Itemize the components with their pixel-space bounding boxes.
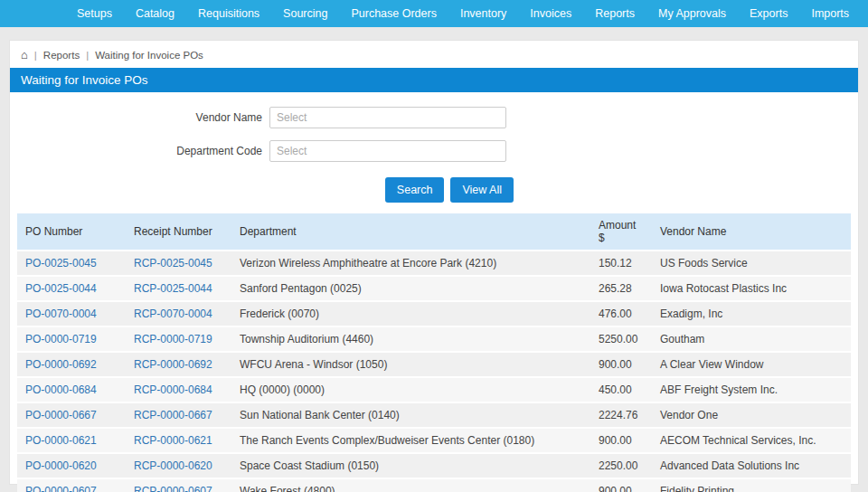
receipt-number-link[interactable]: RCP-0000-0667 — [134, 409, 212, 421]
waiting-invoice-pos-table: PO Number Receipt Number Department Amou… — [17, 213, 851, 492]
table-row: PO-0000-0719 RCP-0000-0719 Township Audi… — [17, 326, 851, 352]
department-cell: Frederick (0070) — [231, 301, 590, 326]
receipt-number-link[interactable]: RCP-0025-0045 — [134, 257, 212, 270]
department-cell: The Ranch Events Complex/Budweiser Event… — [231, 428, 590, 453]
receipt-number-link[interactable]: RCP-0000-0684 — [134, 383, 212, 396]
header-department: Department — [231, 213, 590, 251]
receipt-number-link[interactable]: RCP-0070-0004 — [134, 308, 212, 320]
table-row: PO-0070-0004 RCP-0070-0004 Frederick (00… — [17, 301, 851, 326]
department-cell: HQ (0000) (0000) — [231, 377, 590, 402]
vendor-cell: A Clear View Window — [652, 352, 851, 377]
vendor-cell: Vendor One — [652, 402, 851, 428]
amount-cell: 900.00 — [590, 352, 652, 377]
search-button[interactable]: Search — [385, 177, 445, 203]
department-cell: Wake Forest (4800) — [231, 478, 590, 492]
nav-item-reports[interactable]: Reports — [583, 0, 646, 27]
vendor-cell: Fidelity Printing — [652, 478, 851, 492]
table-header-row: PO Number Receipt Number Department Amou… — [17, 213, 851, 251]
vendor-cell: Exadigm, Inc — [652, 301, 851, 326]
table-row: PO-0000-0667 RCP-0000-0667 Sun National … — [17, 402, 851, 428]
header-receipt-number: Receipt Number — [126, 213, 231, 251]
po-number-link[interactable]: PO-0000-0667 — [25, 409, 97, 421]
vendor-name-row: Vendor Name — [10, 107, 858, 128]
nav-item-sourcing[interactable]: Sourcing — [271, 0, 339, 27]
department-cell: Verizon Wireless Amphitheatre at Encore … — [231, 251, 590, 276]
header-vendor-name: Vendor Name — [652, 213, 851, 251]
header-amount: Amount $ — [590, 213, 652, 251]
nav-item-requisitions[interactable]: Requisitions — [186, 0, 271, 27]
table-row: PO-0000-0692 RCP-0000-0692 WFCU Arena - … — [17, 352, 851, 377]
receipt-number-link[interactable]: RCP-0000-0692 — [134, 358, 212, 371]
breadcrumb: ⌂ | Reports | Waiting for Invoice POs — [10, 41, 858, 68]
department-code-input[interactable] — [269, 140, 506, 162]
header-po-number: PO Number — [17, 213, 126, 251]
vendor-cell: AECOM Technical Services, Inc. — [652, 428, 851, 453]
vendor-cell: US Foods Service — [652, 251, 851, 276]
vendor-cell: Advanced Data Solutions Inc — [652, 453, 851, 478]
amount-cell: 2250.00 — [590, 453, 652, 478]
nav-item-inventory[interactable]: Inventory — [448, 0, 518, 27]
amount-cell: 265.28 — [590, 276, 652, 301]
department-cell: WFCU Arena - Windsor (1050) — [231, 352, 590, 377]
vendor-cell: Goutham — [652, 326, 851, 352]
po-number-link[interactable]: PO-0000-0692 — [25, 358, 97, 371]
table-row: PO-0000-0620 RCP-0000-0620 Space Coast S… — [17, 453, 851, 478]
nav-item-catalog[interactable]: Catalog — [124, 0, 186, 27]
amount-cell: 476.00 — [590, 301, 652, 326]
department-cell: Sanford Pentagon (0025) — [231, 276, 590, 301]
nav-item-imports[interactable]: Imports — [799, 0, 861, 27]
top-navigation: Setups Catalog Requisitions Sourcing Pur… — [0, 0, 868, 27]
filter-form: Vendor Name Department Code Search View … — [10, 92, 858, 203]
receipt-number-link[interactable]: RCP-0000-0620 — [134, 459, 212, 472]
department-cell: Sun National Bank Center (0140) — [231, 402, 590, 428]
po-number-link[interactable]: PO-0000-0684 — [25, 383, 97, 396]
table-row: PO-0000-0684 RCP-0000-0684 HQ (0000) (00… — [17, 377, 851, 402]
amount-cell: 900.00 — [590, 428, 652, 453]
vendor-cell: Iowa Rotocast Plastics Inc — [652, 276, 851, 301]
receipt-number-link[interactable]: RCP-0025-0044 — [134, 282, 212, 295]
content-card: ⌂ | Reports | Waiting for Invoice POs Wa… — [9, 40, 859, 485]
amount-cell: 150.12 — [590, 251, 652, 276]
department-cell: Township Auditorium (4460) — [231, 326, 590, 352]
po-number-link[interactable]: PO-0000-0719 — [25, 333, 97, 345]
vendor-cell: ABF Freight System Inc. — [652, 377, 851, 402]
department-code-row: Department Code — [10, 140, 858, 162]
table-row: PO-0000-0607 RCP-0000-0607 Wake Forest (… — [17, 478, 851, 492]
page-title: Waiting for Invoice POs — [10, 68, 858, 92]
amount-cell: 2224.76 — [590, 402, 652, 428]
po-number-link[interactable]: PO-0000-0620 — [25, 459, 97, 472]
table-row: PO-0000-0621 RCP-0000-0621 The Ranch Eve… — [17, 428, 851, 453]
breadcrumb-separator: | — [86, 50, 89, 61]
amount-cell: 5250.00 — [590, 326, 652, 352]
table-row: PO-0025-0045 RCP-0025-0045 Verizon Wirel… — [17, 251, 851, 276]
department-code-label: Department Code — [10, 145, 269, 157]
amount-cell: 450.00 — [590, 377, 652, 402]
nav-item-invoices[interactable]: Invoices — [518, 0, 583, 27]
breadcrumb-current-page: Waiting for Invoice POs — [95, 50, 203, 61]
po-number-link[interactable]: PO-0000-0621 — [25, 434, 97, 447]
po-number-link[interactable]: PO-0025-0044 — [25, 282, 97, 295]
receipt-number-link[interactable]: RCP-0000-0607 — [134, 485, 212, 492]
vendor-name-label: Vendor Name — [10, 111, 269, 124]
home-icon[interactable]: ⌂ — [21, 49, 28, 61]
receipt-number-link[interactable]: RCP-0000-0621 — [134, 434, 212, 447]
nav-item-exports[interactable]: Exports — [738, 0, 799, 27]
nav-item-setups[interactable]: Setups — [65, 0, 124, 27]
form-buttons: Search View All — [10, 177, 514, 203]
nav-item-my-approvals[interactable]: My Approvals — [646, 0, 738, 27]
view-all-button[interactable]: View All — [450, 177, 514, 203]
amount-cell: 900.00 — [590, 478, 652, 492]
po-number-link[interactable]: PO-0070-0004 — [25, 308, 97, 320]
table-row: PO-0025-0044 RCP-0025-0044 Sanford Penta… — [17, 276, 851, 301]
po-number-link[interactable]: PO-0025-0045 — [25, 257, 97, 270]
receipt-number-link[interactable]: RCP-0000-0719 — [134, 333, 212, 345]
vendor-name-input[interactable] — [269, 107, 506, 128]
department-cell: Space Coast Stadium (0150) — [231, 453, 590, 478]
po-number-link[interactable]: PO-0000-0607 — [25, 485, 97, 492]
breadcrumb-reports[interactable]: Reports — [43, 50, 80, 61]
nav-item-purchase-orders[interactable]: Purchase Orders — [339, 0, 448, 27]
breadcrumb-separator: | — [34, 50, 37, 61]
